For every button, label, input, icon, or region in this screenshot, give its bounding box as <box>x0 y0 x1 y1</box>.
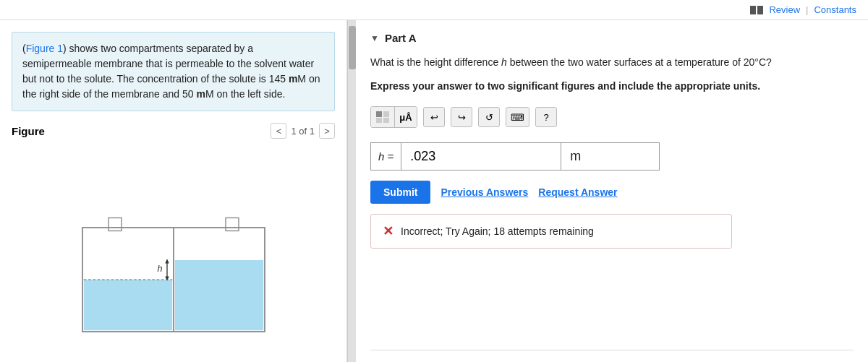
top-bar: Review | Constants <box>0 0 868 20</box>
figure-label: Figure <box>12 125 45 137</box>
answer-input[interactable] <box>401 143 561 170</box>
problem-text-box: (Figure 1) shows two compartments separa… <box>12 32 335 111</box>
answer-toolbar: μÅ ↩ ↪ ↺ ⌨ ? <box>370 102 854 132</box>
figure-link[interactable]: Figure 1 <box>26 43 63 54</box>
v-scrollbar[interactable] <box>347 20 356 362</box>
part-label: Part A <box>385 32 417 44</box>
answer-variable-label: h = <box>371 143 401 170</box>
toolbar-format-btn1[interactable] <box>371 107 395 127</box>
figure-prev-button[interactable]: < <box>271 123 286 139</box>
toolbar-help-btn[interactable]: ? <box>535 107 557 127</box>
part-collapse-icon[interactable]: ▼ <box>370 33 379 43</box>
main-layout: (Figure 1) shows two compartments separa… <box>0 20 868 362</box>
error-message: Incorrect; Try Again; 18 attempts remain… <box>401 225 594 237</box>
bottom-divider <box>370 350 854 350</box>
svg-rect-14 <box>383 118 389 123</box>
right-panel: ▼ Part A What is the height difference h… <box>356 20 868 362</box>
figure-header: Figure < 1 of 1 > <box>12 120 335 142</box>
request-answer-link[interactable]: Request Answer <box>538 186 617 198</box>
toolbar-mu-btn[interactable]: μÅ <box>395 107 417 127</box>
toolbar-reset-btn[interactable]: ↺ <box>478 107 500 127</box>
answer-input-row: h = m <box>370 142 660 171</box>
part-header: ▼ Part A <box>370 32 854 44</box>
v-scrollbar-thumb <box>349 26 356 69</box>
toolbar-format-group: μÅ <box>370 106 417 128</box>
constants-link[interactable]: Constants <box>814 4 856 15</box>
problem-text: (Figure 1) shows two compartments separa… <box>22 43 320 100</box>
svg-rect-13 <box>376 118 382 123</box>
submit-button[interactable]: Submit <box>370 181 430 204</box>
figure-nav-text: 1 of 1 <box>291 126 315 137</box>
separator: | <box>806 4 808 15</box>
svg-rect-11 <box>376 111 382 117</box>
review-link[interactable]: Review <box>769 4 800 15</box>
error-icon: ✕ <box>383 223 393 239</box>
error-box: ✕ Incorrect; Try Again; 18 attempts rema… <box>370 214 732 249</box>
svg-rect-12 <box>383 111 389 117</box>
question-line1: What is the height difference h between … <box>370 56 772 68</box>
svg-rect-2 <box>83 280 171 330</box>
express-text: Express your answer to two significant f… <box>370 80 854 92</box>
figure-diagram: h <box>12 150 335 350</box>
answer-units: m <box>561 143 604 170</box>
figure-nav: < 1 of 1 > <box>271 123 335 139</box>
toolbar-undo-btn[interactable]: ↩ <box>423 107 445 127</box>
toolbar-redo-btn[interactable]: ↪ <box>451 107 472 127</box>
left-panel: (Figure 1) shows two compartments separa… <box>0 20 347 362</box>
question-text: What is the height difference h between … <box>370 54 854 70</box>
svg-rect-9 <box>109 218 122 231</box>
review-icon <box>750 6 763 14</box>
figure-next-button[interactable]: > <box>319 123 335 139</box>
toolbar-keyboard-btn[interactable]: ⌨ <box>506 107 529 127</box>
prev-answers-link[interactable]: Previous Answers <box>441 186 528 198</box>
svg-rect-10 <box>226 218 239 231</box>
diagram-svg: h <box>58 215 289 345</box>
submit-row: Submit Previous Answers Request Answer <box>370 181 854 204</box>
svg-marker-5 <box>165 259 169 263</box>
svg-rect-3 <box>174 260 263 330</box>
svg-text:h: h <box>157 264 162 274</box>
